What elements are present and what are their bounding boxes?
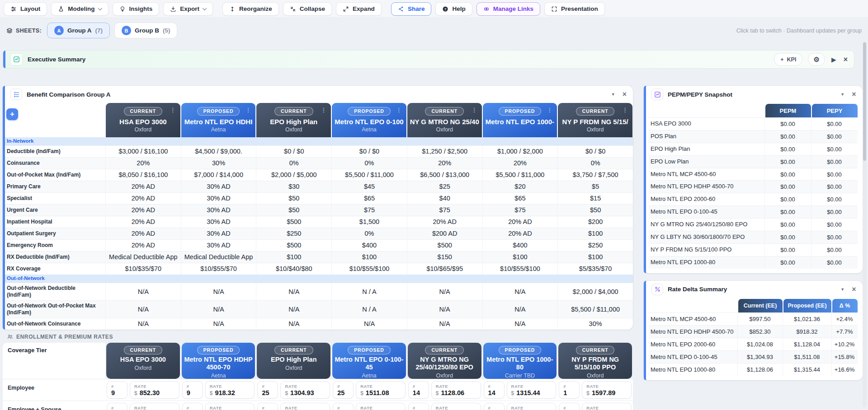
collapse-button[interactable]: Collapse [283, 2, 332, 16]
layout-button[interactable]: Layout [4, 2, 47, 16]
sliders-icon [10, 6, 17, 12]
benefit-value-cell: $10/$40/$80 [256, 263, 331, 275]
plan-column-header-ny-p-frdm-ng-5-15[interactable]: CURRENT⋮NY P FRDM NG 5/15/Oxford [558, 103, 632, 137]
benefit-value-cell: $1,000 / $2,000 [482, 146, 558, 157]
enrollment-cell: #25RATE$1511.08 [331, 379, 407, 401]
plan-carrier: Aetna [362, 373, 377, 379]
filter-dropdown-icon[interactable]: ▼ [840, 287, 844, 292]
benefit-value-cell: $20 [482, 181, 558, 192]
benefit-row-label: Out-of-Network Out-of-Pocket Max (Ind/Fa… [3, 301, 105, 318]
pepm-row-ny-g-lbty-ng-30-60-1800-70-epo: NY G LBTY NG 30/60/1800/70 EPO$0.00$0.00 [649, 231, 858, 243]
arrows-vertical-icon [229, 6, 236, 12]
close-pepm-card-button[interactable]: × [852, 91, 856, 98]
enrollment-rate: $1597.89 [586, 389, 627, 396]
pepy-value: $0.00 [811, 118, 858, 130]
benefit-value-cell: 20% AD [105, 193, 181, 204]
filter-dropdown-icon[interactable]: ▼ [840, 92, 844, 97]
percent-icon [654, 286, 661, 293]
settings-button[interactable]: ⚙ [808, 53, 825, 66]
benefit-value-cell: 30% AD [181, 228, 256, 239]
kebab-menu-icon[interactable]: ⋮ [321, 107, 326, 113]
pepm-plan-name: NY P FRDM NG 5/15/100 PPO [649, 244, 764, 256]
expand-button[interactable]: Expand [336, 2, 382, 16]
reorganize-button[interactable]: Reorganize [222, 2, 279, 16]
enroll-column-header-metro-ntl-epo-0-100-45[interactable]: PROPOSEDMetro NTL EPO 0-100-45Aetna [332, 343, 406, 379]
add-kpi-button[interactable]: + KPI [774, 53, 802, 66]
benefit-row-label: Out-of-Pocket Max (Ind/Fam) [3, 169, 105, 181]
kebab-menu-icon[interactable]: ⋮ [547, 107, 552, 113]
sheets-label-text: SHEETS: [16, 28, 42, 34]
rate-label: RATE [586, 384, 627, 389]
share-button[interactable]: Share [391, 2, 432, 16]
plan-status-badge: CURRENT [576, 107, 615, 116]
pepy-value: $0.00 [811, 181, 858, 193]
kebab-menu-icon[interactable]: ⋮ [396, 107, 402, 113]
enroll-column-header-ny-p-frdm-ng-5-15-100-ppo[interactable]: CURRENTNY P FRDM NG 5/15/100 PPOOxford [558, 343, 632, 379]
enroll-column-header-ny-g-mtro-ng-25-40-1250-80-epo[interactable]: CURRENTNY G MTRO NG 25/40/1250/80 EPOOxf… [408, 343, 481, 379]
benefit-value-cell: $4,500 / $9,000. [181, 146, 256, 157]
pepm-row-metro-ntl-epo-0-100-45: Metro NTL EPO 0-100-45$0.00$0.00 [649, 205, 858, 218]
plan-column-header-ny-g-mtro-ng-25-40[interactable]: CURRENT⋮NY G MTRO NG 25/40Oxford [407, 103, 482, 137]
enrollment-rate: $1315.44 [511, 389, 552, 396]
pepm-plan-name: EPO High Plan [649, 143, 764, 155]
plan-column-header-metro-ntl-epo-hdhi[interactable]: PROPOSED⋮Metro NTL EPO HDHIAetna [181, 103, 256, 137]
kebab-menu-icon[interactable]: ⋮ [622, 107, 628, 113]
kebab-menu-icon[interactable]: ⋮ [472, 107, 477, 113]
scrollbar-thumb[interactable] [863, 42, 866, 161]
exec-summary-title: Executive Summary [28, 56, 85, 63]
expand-icon [343, 6, 349, 12]
pepm-card-title: PEPM/PEPY Snapshot [668, 91, 732, 98]
plan-column-header-metro-ntl-epo-1000[interactable]: PROPOSED⋮Metro NTL EPO 1000- [483, 103, 557, 137]
kebab-menu-icon[interactable]: ⋮ [170, 107, 176, 113]
benefit-row-label: RX Coverage [3, 263, 105, 275]
insights-button[interactable]: Insights [113, 2, 160, 16]
benefit-value-cell: $1,500 [331, 216, 407, 228]
enroll-column-header-hsa-epo-3000[interactable]: CURRENTHSA EPO 3000Oxford [106, 343, 180, 379]
benefit-row-label: Specialist [3, 193, 105, 204]
manage-links-button[interactable]: Manage Links [476, 2, 540, 16]
benefit-value-cell: 20% [482, 158, 558, 169]
enroll-column-header-metro-ntl-epo-1000-80[interactable]: PROPOSEDMetro NTL EPO 1000-80Carrier TBD [483, 343, 557, 379]
plan-name: NY P FRDM NG 5/15/100 PPO [561, 356, 630, 372]
rate-label: RATE [360, 405, 401, 410]
help-button[interactable]: ?Help [435, 2, 472, 16]
current-ee-column-header: Current (EE) [738, 299, 783, 312]
pepm-value: $0.00 [764, 181, 811, 193]
rate-label: RATE [285, 384, 326, 389]
count-label: # [413, 405, 425, 410]
right-column: PEPM/PEPY Snapshot ▼ × PEPM PEPY HSA EPO… [644, 86, 863, 380]
presentation-button[interactable]: Presentation [544, 2, 605, 16]
plan-column-header-hsa-epo-3000[interactable]: CURRENT⋮HSA EPO 3000Oxford [106, 103, 180, 137]
benefit-value-cell: $2,000 / $4,000 [557, 283, 633, 300]
close-rate-delta-card-button[interactable]: × [852, 286, 856, 293]
sheet-tab-group-a[interactable]: AGroup A(7) [47, 23, 110, 38]
modeling-button[interactable]: Modeling [51, 2, 108, 16]
rate-label: RATE [586, 405, 627, 410]
pepm-plan-name: Metro NTL EPO 1000-80 [649, 256, 764, 269]
delta-pct-value: +16.6% [831, 363, 858, 376]
close-exec-summary-button[interactable]: × [843, 55, 849, 64]
sheet-tab-group-b[interactable]: BGroup B(5) [114, 23, 178, 38]
benefit-value-cell: $5,500 / $11,000 [482, 169, 558, 181]
export-button[interactable]: Export [163, 2, 213, 16]
benefit-value-cell: $75 [407, 205, 482, 216]
rate-label: RATE [436, 405, 476, 410]
pepm-plan-name: NY G MTRO NG 25/40/1250/80 EPO [649, 219, 764, 231]
kebab-menu-icon[interactable]: ⋮ [245, 107, 251, 113]
play-button[interactable]: ▶ [830, 55, 837, 64]
filter-dropdown-icon[interactable]: ▼ [611, 92, 615, 97]
benefit-value-cell: 0% [331, 158, 407, 169]
sheet-tab-name: Group A [67, 27, 92, 34]
plan-column-header-epo-high-plan[interactable]: CURRENT⋮EPO High PlanOxford [256, 103, 331, 137]
current-ee-value: $1,024.08 [737, 338, 783, 350]
benefit-value-cell: N/A [407, 301, 482, 318]
enroll-column-header-epo-high-plan[interactable]: CURRENTEPO High PlanOxford [257, 343, 330, 379]
add-plan-button[interactable]: + [6, 108, 18, 120]
plan-column-header-metro-ntl-epo-0-100[interactable]: PROPOSED⋮Metro NTL EPO 0-100Aetna [332, 103, 406, 137]
exec-summary-controls: + KPI ⚙ ▶ × [774, 53, 854, 66]
close-benefit-card-button[interactable]: × [623, 91, 627, 98]
benefit-value-cell: $250 [256, 228, 331, 239]
enrollment-rate: $1304.93 [285, 389, 326, 396]
enroll-column-header-metro-ntl-epo-hdhp-4500-70[interactable]: PROPOSEDMetro NTL EPO HDHP 4500-70Aetna [182, 343, 255, 379]
current-ee-value: $1,128.06 [737, 363, 783, 376]
